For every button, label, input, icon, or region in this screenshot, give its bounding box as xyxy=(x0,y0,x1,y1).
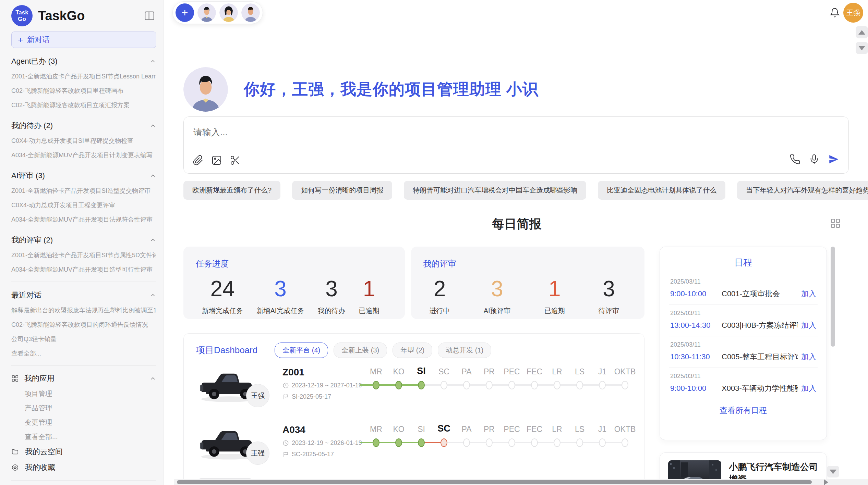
scroll-down-float-button[interactable] xyxy=(827,466,839,477)
app-window: Task Go TaskGo + 新对话 Agent已办 (3) Z001-全新… xyxy=(0,0,868,485)
briefing-layout-button[interactable] xyxy=(830,218,841,229)
filter-chip[interactable]: 动总开发 (1) xyxy=(438,343,491,358)
sidebar-item-favorites[interactable]: 我的收藏 xyxy=(11,460,156,475)
milestone-dot[interactable] xyxy=(599,381,606,389)
filter-chip[interactable]: 全新上装 (3) xyxy=(334,343,387,358)
sidebar-item[interactable]: A034-全新新能源MUV产品开发项目造型可行性评审 xyxy=(11,262,156,277)
snip-button[interactable] xyxy=(230,155,241,166)
milestone-dot[interactable] xyxy=(395,381,402,389)
suggestion-chip[interactable]: 当下年轻人对汽车外观有怎样的喜好趋势 xyxy=(737,181,868,200)
recent-chat-item[interactable]: 公司Q3轻卡销量 xyxy=(11,332,156,346)
milestone-dot[interactable] xyxy=(418,438,425,447)
app-item[interactable]: 产品管理 xyxy=(11,401,156,415)
voice-call-button[interactable] xyxy=(789,154,800,165)
event-join-button[interactable]: 加入 xyxy=(801,383,816,394)
sidebar-item[interactable]: C02-飞腾新能源轻客改款项目立项汇报方案 xyxy=(11,98,156,112)
divider xyxy=(11,480,156,481)
agent-avatar-2[interactable] xyxy=(219,3,238,22)
vertical-scrollbar-thumb[interactable] xyxy=(831,247,835,347)
section-header[interactable]: Agent已办 (3) xyxy=(11,53,156,69)
event-time: 13:00-14:30 xyxy=(670,321,722,330)
milestone-dot[interactable] xyxy=(531,438,538,447)
milestone-dot[interactable] xyxy=(622,381,628,389)
scroll-up-button[interactable] xyxy=(856,26,868,38)
app-item[interactable]: 查看全部... xyxy=(11,430,156,444)
app-item[interactable]: 变更管理 xyxy=(11,415,156,430)
filter-chip[interactable]: 年型 (2) xyxy=(393,343,432,358)
chat-input[interactable] xyxy=(193,127,502,138)
paperclip-icon xyxy=(193,155,204,166)
milestone-dot[interactable] xyxy=(622,438,628,447)
milestone-dot[interactable] xyxy=(373,438,379,447)
milestone-dot[interactable] xyxy=(599,438,606,447)
suggestion-chip[interactable]: 特朗普可能对进口汽车增税会对中国车企造成哪些影响 xyxy=(404,181,586,200)
horizontal-scrollbar-track[interactable] xyxy=(174,479,868,485)
dashboard-filters: 全新平台 (4)全新上装 (3)年型 (2)动总开发 (1) xyxy=(275,343,491,358)
sidebar-item[interactable]: A034-全新新能源MUV产品开发项目计划变更表编写 xyxy=(11,148,156,162)
milestone-label: MR xyxy=(370,423,382,437)
add-agent-button[interactable]: + xyxy=(176,3,194,22)
milestone-label: PR xyxy=(484,423,495,437)
insert-image-button[interactable] xyxy=(211,155,222,166)
agent-avatar-3[interactable] xyxy=(241,3,260,22)
milestone-dot[interactable] xyxy=(463,438,470,447)
event-join-button[interactable]: 加入 xyxy=(801,289,816,299)
scroll-right-button[interactable] xyxy=(821,479,831,485)
app-item[interactable]: 项目管理 xyxy=(11,386,156,401)
recent-chat-item[interactable]: 查看全部... xyxy=(11,346,156,361)
milestone-dot[interactable] xyxy=(463,381,470,389)
section-header[interactable]: AI评审 (3) xyxy=(11,168,156,184)
view-all-schedule-link[interactable]: 查看所有日程 xyxy=(669,399,818,422)
new-chat-button[interactable]: + 新对话 xyxy=(11,32,156,48)
event-join-button[interactable]: 加入 xyxy=(801,352,816,362)
milestone-dot[interactable] xyxy=(554,381,560,389)
milestone-dot[interactable] xyxy=(576,438,583,447)
sidebar-item[interactable]: Z001-全新燃油轻卡产品开发项目SI节点属性5D文件评审 xyxy=(11,248,156,262)
milestone-dot[interactable] xyxy=(395,438,402,447)
apps-header[interactable]: 我的应用 xyxy=(11,371,156,386)
suggestion-chip[interactable]: 欧洲新规最近颁布了什么? xyxy=(183,181,280,200)
milestone-dot[interactable] xyxy=(486,438,493,447)
milestone-dot[interactable] xyxy=(576,381,583,389)
section-title: 最近对话 xyxy=(11,290,41,300)
sidebar-collapse-button[interactable] xyxy=(143,9,156,23)
stat-label: 我的待办 xyxy=(318,306,345,315)
suggestion-chip[interactable]: 比亚迪全固态电池计划具体说了什么 xyxy=(598,181,725,200)
sidebar-item[interactable]: C0X4-动力总成开发项目SI里程碑提交物检查 xyxy=(11,134,156,148)
sidebar-item-cloud-space[interactable]: 我的云空间 xyxy=(11,444,156,460)
milestone-dot[interactable] xyxy=(486,381,493,389)
milestone-dot[interactable] xyxy=(441,381,447,389)
milestone-dot[interactable] xyxy=(531,381,538,389)
my-review-card: 我的评审 2 进行中 3 AI预评审 xyxy=(411,247,644,319)
milestone-dot[interactable] xyxy=(508,381,515,389)
section-header[interactable]: 最近对话 xyxy=(11,287,156,303)
milestone-dot[interactable] xyxy=(441,438,447,447)
sidebar-item[interactable]: Z001-全新燃油轻卡产品开发项目SI造型提交物评审 xyxy=(11,184,156,198)
horizontal-scrollbar-thumb[interactable] xyxy=(177,480,812,484)
agent-avatar-1[interactable] xyxy=(197,3,216,22)
section-header[interactable]: 我的评审 (2) xyxy=(11,232,156,248)
milestone-dot[interactable] xyxy=(508,438,515,447)
section-header[interactable]: 我的待办 (2) xyxy=(11,118,156,134)
sidebar-item[interactable]: Z001-全新燃油皮卡产品开发项目SI节点Lesson Learn报告 xyxy=(11,69,156,84)
milestone-dot[interactable] xyxy=(373,381,379,389)
sidebar-item[interactable]: A034-全新新能源MUV产品开发项目法规符合性评审 xyxy=(11,212,156,227)
microphone-button[interactable] xyxy=(809,154,820,165)
project-row[interactable]: 王强 A034 2023-12-19 ~ 2026-01-19 SC xyxy=(184,419,644,476)
suggestion-chip[interactable]: 如何写一份清晰的项目周报 xyxy=(292,181,392,200)
filter-chip[interactable]: 全新平台 (4) xyxy=(275,343,328,358)
sidebar-item[interactable]: C02-飞腾新能源轻客改款项目里程碑画布 xyxy=(11,84,156,98)
user-avatar[interactable]: 王强 xyxy=(843,3,863,23)
event-join-button[interactable]: 加入 xyxy=(801,320,816,331)
send-button[interactable] xyxy=(828,153,840,165)
notification-bell-button[interactable] xyxy=(830,8,840,18)
recent-chat-item[interactable]: C02-飞腾新能源轻客改款项目的闭环通告反馈情况 xyxy=(11,318,156,332)
project-row[interactable]: 王强 Z001 2023-12-19 ~ 2027-01-19 SI xyxy=(184,361,644,419)
recent-chat-item[interactable]: 解释最新出台的欧盟报废车法规再生塑料比例被调至15%... xyxy=(11,303,156,318)
scroll-down-button[interactable] xyxy=(856,42,868,54)
milestone-dot[interactable] xyxy=(418,381,425,389)
sidebar-item[interactable]: C0X4-动力总成开发项目工程变更评审 xyxy=(11,198,156,212)
event-time: 9:00-10:00 xyxy=(670,384,722,393)
attach-button[interactable] xyxy=(193,155,204,166)
milestone-dot[interactable] xyxy=(554,438,560,447)
